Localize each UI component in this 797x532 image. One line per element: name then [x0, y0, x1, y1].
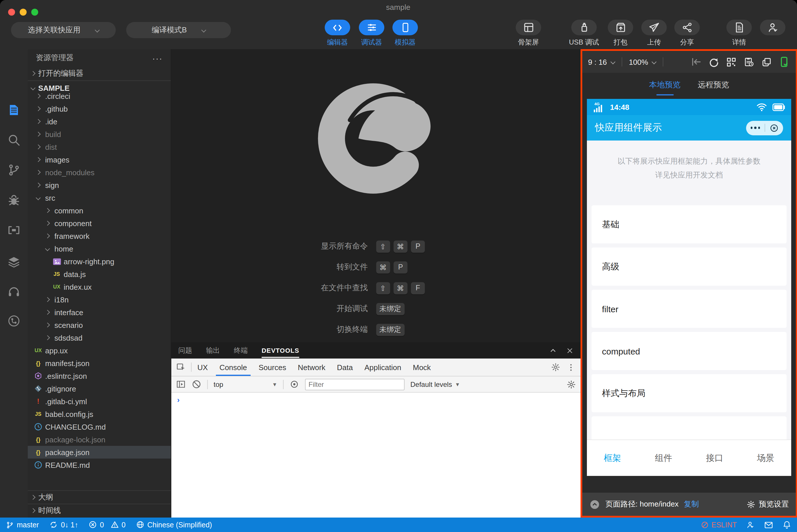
phone-tab-接口[interactable]: 接口: [689, 453, 740, 463]
panel-tab-DEVTOOLS[interactable]: DEVTOOLS: [261, 347, 299, 354]
调试器-button[interactable]: 调试器: [353, 20, 390, 48]
tree-folder-build[interactable]: build: [28, 128, 171, 140]
inspect-element-icon[interactable]: [171, 362, 191, 373]
copy-path-link[interactable]: 复制: [684, 499, 699, 510]
devtools-tab-network[interactable]: Network: [292, 359, 331, 376]
tree-folder-dist[interactable]: dist: [28, 140, 171, 153]
minimize-window-button[interactable]: [20, 9, 26, 16]
live-expression-eye-icon[interactable]: [289, 379, 299, 389]
devtools-settings-gear-icon[interactable]: [551, 363, 560, 372]
activity-preview-icon[interactable]: [7, 223, 21, 237]
tree-file-index.ux[interactable]: UXindex.ux: [28, 281, 171, 293]
tree-file-package-lock.json[interactable]: {}package-lock.json: [28, 433, 171, 446]
demo-card-样式与布局[interactable]: 样式与布局: [592, 374, 786, 412]
log-report-icon[interactable]: [743, 56, 755, 68]
tree-folder-.ide[interactable]: .ide: [28, 115, 171, 128]
console-filter-input[interactable]: [305, 378, 404, 390]
activity-debug-icon[interactable]: [7, 193, 21, 207]
preview-tab-远程预览[interactable]: 远程预览: [698, 80, 729, 90]
demo-card-基础[interactable]: 基础: [592, 205, 786, 244]
log-levels-dropdown[interactable]: Default levels ▼: [410, 380, 460, 388]
tree-file-manifest.json[interactable]: {}manifest.json: [28, 357, 171, 369]
mail-icon[interactable]: [764, 520, 773, 529]
problems-item[interactable]: 0 0: [89, 521, 126, 529]
activity-search-icon[interactable]: [7, 133, 21, 147]
panel-collapse-icon[interactable]: [549, 347, 557, 354]
copy-pages-icon[interactable]: [761, 56, 772, 68]
aspect-ratio-dropdown[interactable]: 9 : 16: [588, 58, 614, 66]
qr-code-icon[interactable]: [726, 56, 737, 68]
collapse-footer-icon[interactable]: [589, 499, 600, 510]
tree-folder-scenario[interactable]: scenario: [28, 319, 171, 331]
tree-file-babel.config.js[interactable]: JSbabel.config.js: [28, 408, 171, 420]
activity-source-control-icon[interactable]: [7, 163, 21, 177]
devtools-tab-ux[interactable]: UX: [192, 359, 214, 376]
tree-folder-.circleci[interactable]: .circleci: [28, 90, 171, 102]
maximize-window-button[interactable]: [31, 9, 38, 16]
上传-button[interactable]: 上传: [635, 20, 673, 48]
phone-tab-场景[interactable]: 场景: [740, 453, 792, 463]
tree-file-.gitlab-ci.yml[interactable]: !.gitlab-ci.yml: [28, 395, 171, 408]
tree-folder-sdsdsad[interactable]: sdsdsad: [28, 331, 171, 344]
console-sidebar-toggle-icon[interactable]: [176, 379, 186, 389]
tree-file-README.md[interactable]: README.md: [28, 459, 171, 471]
devtools-tab-application[interactable]: Application: [359, 359, 407, 376]
compile-mode-dropdown[interactable]: 编译模式B: [126, 22, 231, 38]
eslint-item[interactable]: ESLINT: [701, 521, 737, 529]
activity-explorer-icon[interactable]: [7, 103, 21, 117]
demo-card[interactable]: [592, 416, 786, 439]
clear-console-icon[interactable]: [192, 379, 201, 389]
tree-folder-node_modules[interactable]: node_modules: [28, 166, 171, 179]
USB 调试-button[interactable]: USB 调试: [565, 20, 602, 48]
tree-folder-common[interactable]: common: [28, 204, 171, 217]
demo-card-computed[interactable]: computed: [592, 332, 786, 370]
tree-folder-sign[interactable]: sign: [28, 179, 171, 191]
tree-file-data.js[interactable]: JSdata.js: [28, 268, 171, 281]
language-item[interactable]: Chinese (Simplified): [136, 521, 212, 529]
explorer-more-menu[interactable]: ···: [152, 53, 163, 63]
back-icon[interactable]: [690, 56, 702, 68]
devtools-tab-mock[interactable]: Mock: [407, 359, 436, 376]
tree-file-.eslintrc.json[interactable]: .eslintrc.json: [28, 369, 171, 382]
app-close-button[interactable]: [765, 124, 783, 132]
preview-settings-label[interactable]: 预览设置: [759, 499, 789, 510]
tree-file-.gitignore[interactable]: .gitignore: [28, 382, 171, 395]
tree-folder-images[interactable]: images: [28, 153, 171, 166]
bell-icon[interactable]: [782, 520, 791, 529]
phone-tab-组件[interactable]: 组件: [638, 453, 689, 463]
phone-tab-框架[interactable]: 框架: [587, 453, 638, 463]
devtools-menu-dots-icon[interactable]: [566, 362, 576, 372]
分享-button[interactable]: 分享: [669, 20, 706, 48]
devtools-tab-data[interactable]: Data: [331, 359, 359, 376]
tree-folder-component[interactable]: component: [28, 217, 171, 230]
panel-tab-输出[interactable]: 输出: [206, 345, 220, 355]
context-selector[interactable]: top ▼: [214, 380, 277, 388]
preview-tab-本地预览[interactable]: 本地预览: [649, 80, 681, 90]
timeline-section[interactable]: 时间线: [28, 504, 171, 517]
panel-close-icon[interactable]: [566, 347, 574, 354]
app-menu-button[interactable]: [746, 127, 764, 129]
close-window-button[interactable]: [8, 9, 15, 16]
zoom-level-dropdown[interactable]: 100%: [629, 58, 656, 66]
reload-icon[interactable]: [708, 56, 720, 68]
详情-button[interactable]: 详情: [721, 20, 758, 48]
account-button[interactable]: [754, 20, 791, 35]
git-branch-item[interactable]: master: [6, 521, 39, 529]
tree-file-CHANGELOG.md[interactable]: CHANGELOG.md: [28, 420, 171, 433]
select-quickapp-dropdown[interactable]: 选择关联快应用: [11, 22, 116, 38]
preview-settings-gear-icon[interactable]: [747, 500, 755, 509]
activity-layers-icon[interactable]: [7, 254, 21, 268]
编辑器-button[interactable]: 编辑器: [319, 20, 356, 48]
account-status-icon[interactable]: [746, 520, 755, 529]
demo-card-filter[interactable]: filter: [592, 290, 786, 328]
tree-file-package.json[interactable]: {}package.json: [28, 446, 171, 459]
tree-folder-src[interactable]: src: [28, 191, 171, 204]
activity-history-icon[interactable]: [7, 314, 21, 328]
tree-folder-.github[interactable]: .github: [28, 102, 171, 115]
console-settings-gear-icon[interactable]: [567, 380, 576, 389]
demo-card-高级[interactable]: 高级: [592, 247, 786, 286]
tree-folder-framework[interactable]: framework: [28, 230, 171, 242]
console-output[interactable]: ›: [171, 393, 581, 519]
模拟器-button[interactable]: 模拟器: [387, 20, 424, 48]
sync-item[interactable]: 0↓ 1↑: [49, 520, 78, 529]
